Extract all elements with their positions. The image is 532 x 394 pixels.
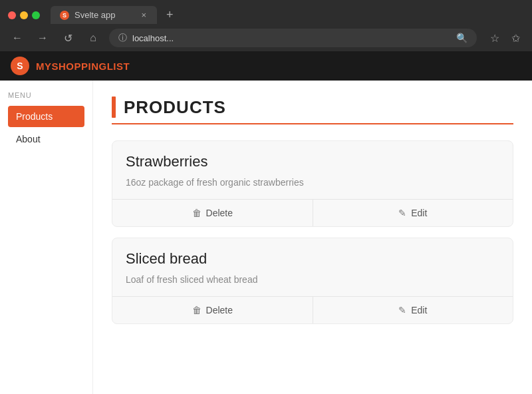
logo-text: MYSHOPPINGLIST bbox=[36, 61, 130, 72]
bookmarks-button[interactable]: ✩ bbox=[507, 29, 524, 47]
browser-chrome: S Svelte app × + ← → ↺ ⌂ ⓘ localhost... … bbox=[0, 0, 532, 51]
forward-icon: → bbox=[37, 32, 48, 44]
delete-button-2[interactable]: 🗑 Delete bbox=[112, 297, 313, 323]
tab-title: Svelte app bbox=[74, 10, 134, 20]
refresh-button[interactable]: ↺ bbox=[59, 29, 77, 47]
sidebar-item-products[interactable]: Products bbox=[8, 106, 84, 127]
product-card-1: Strawberries 16oz package of fresh organ… bbox=[112, 140, 513, 227]
browser-tab[interactable]: S Svelte app × bbox=[51, 6, 157, 24]
forward-button[interactable]: → bbox=[33, 29, 52, 47]
brand-prefix: MY bbox=[36, 61, 52, 72]
page-title: PRODUCTS bbox=[124, 97, 226, 118]
product-name-1: Strawberries bbox=[126, 153, 499, 170]
url-text: localhost... bbox=[132, 33, 451, 43]
edit-icon-2: ✎ bbox=[398, 305, 406, 315]
product-card-body-2: Sliced bread Loaf of fresh sliced wheat … bbox=[112, 238, 513, 296]
window-controls bbox=[8, 11, 40, 19]
logo-icon: S bbox=[11, 57, 29, 75]
refresh-icon: ↺ bbox=[64, 32, 72, 45]
product-description-2: Loaf of fresh sliced wheat bread bbox=[126, 273, 499, 287]
sidebar: MENU Products About bbox=[0, 81, 93, 394]
app-logo: S MYSHOPPINGLIST bbox=[11, 57, 130, 75]
new-tab-button[interactable]: + bbox=[162, 5, 178, 25]
tab-bar: S Svelte app × + bbox=[0, 0, 532, 25]
back-button[interactable]: ← bbox=[8, 29, 27, 47]
product-card-actions-1: 🗑 Delete ✎ Edit bbox=[112, 199, 513, 226]
edit-label-2: Edit bbox=[411, 305, 427, 315]
bookmark-button[interactable]: ☆ bbox=[486, 29, 503, 47]
tab-close-button[interactable]: × bbox=[140, 10, 148, 20]
edit-label-1: Edit bbox=[411, 208, 427, 218]
product-card-2: Sliced bread Loaf of fresh sliced wheat … bbox=[112, 238, 513, 324]
back-icon: ← bbox=[12, 32, 23, 44]
edit-button-1[interactable]: ✎ Edit bbox=[313, 200, 513, 226]
app-body: MENU Products About PRODUCTS Strawberrie… bbox=[0, 81, 532, 394]
close-button[interactable] bbox=[8, 11, 16, 19]
delete-label-1: Delete bbox=[206, 208, 233, 218]
product-description-1: 16oz package of fresh organic strawberri… bbox=[126, 176, 499, 190]
sidebar-menu-label: MENU bbox=[8, 91, 84, 99]
home-button[interactable]: ⌂ bbox=[84, 29, 102, 47]
sidebar-item-about[interactable]: About bbox=[8, 128, 84, 150]
home-icon: ⌂ bbox=[90, 32, 96, 44]
trash-icon: 🗑 bbox=[192, 208, 201, 218]
search-icon: 🔍 bbox=[456, 33, 467, 43]
product-card-actions-2: 🗑 Delete ✎ Edit bbox=[112, 296, 513, 323]
page-title-accent bbox=[112, 97, 116, 118]
app-header: S MYSHOPPINGLIST bbox=[0, 51, 532, 81]
product-card-body-1: Strawberries 16oz package of fresh organ… bbox=[112, 141, 513, 199]
edit-button-2[interactable]: ✎ Edit bbox=[313, 297, 513, 323]
url-bar[interactable]: ⓘ localhost... 🔍 bbox=[109, 29, 477, 47]
product-name-2: Sliced bread bbox=[126, 250, 499, 268]
info-icon: ⓘ bbox=[118, 32, 127, 44]
page-header: PRODUCTS bbox=[112, 97, 513, 124]
maximize-button[interactable] bbox=[32, 11, 40, 19]
edit-icon: ✎ bbox=[398, 208, 406, 218]
delete-label-2: Delete bbox=[206, 305, 233, 315]
main-content: PRODUCTS Strawberries 16oz package of fr… bbox=[93, 81, 532, 394]
brand-suffix: LIST bbox=[107, 61, 130, 72]
minimize-button[interactable] bbox=[20, 11, 28, 19]
brand-highlight: SHOPPING bbox=[52, 61, 107, 72]
tab-favicon: S bbox=[60, 11, 69, 20]
trash-icon-2: 🗑 bbox=[192, 305, 201, 315]
browser-actions: ☆ ✩ bbox=[486, 29, 524, 47]
address-bar: ← → ↺ ⌂ ⓘ localhost... 🔍 ☆ ✩ bbox=[0, 25, 532, 51]
delete-button-1[interactable]: 🗑 Delete bbox=[112, 200, 313, 226]
